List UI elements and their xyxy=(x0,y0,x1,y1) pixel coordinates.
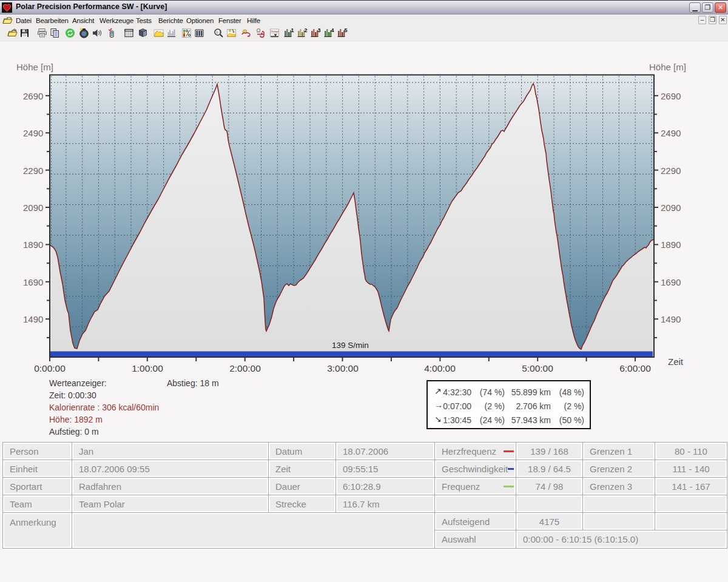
svg-text:5: 5 xyxy=(345,28,348,33)
svg-text:2: 2 xyxy=(305,28,308,33)
svg-text:4: 4 xyxy=(331,28,334,33)
svg-text:1: 1 xyxy=(291,28,294,33)
svg-text:3: 3 xyxy=(318,28,321,33)
svg-text:1:1: 1:1 xyxy=(216,30,221,34)
